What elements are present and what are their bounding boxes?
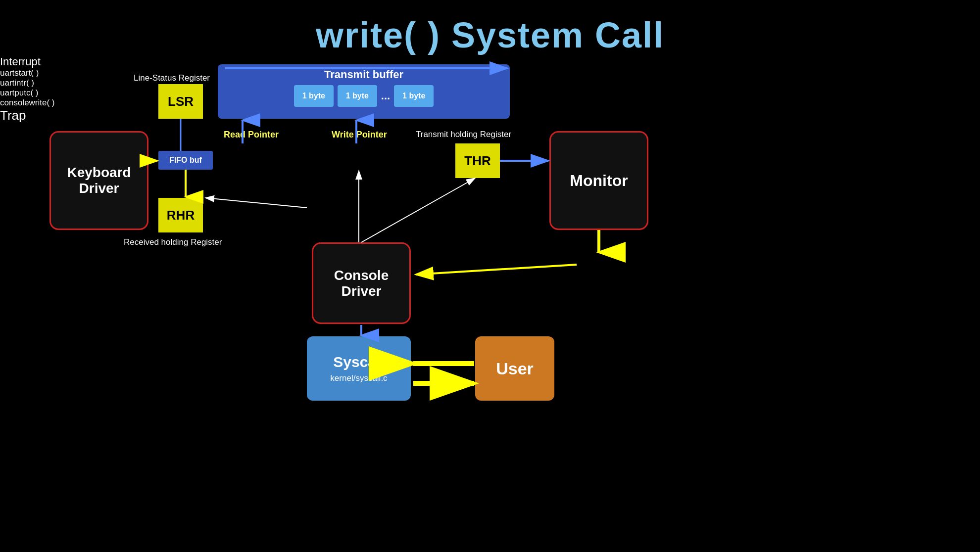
syscall-box: Syscall kernel/syscall.c — [307, 336, 411, 401]
keyboard-driver-box: Keyboard Driver — [49, 131, 148, 230]
svg-line-14 — [361, 178, 475, 242]
console-driver-box: Console Driver — [312, 242, 411, 324]
monitor-box: Monitor — [549, 131, 648, 230]
svg-line-15 — [205, 198, 307, 208]
lsr-box: LSR — [158, 84, 203, 119]
user-box: User — [475, 336, 554, 401]
syscall-title: Syscall — [333, 354, 384, 370]
fifo-box: FIFO buf — [158, 151, 213, 170]
buffer-cell-3: 1 byte — [394, 85, 434, 107]
svg-line-19 — [416, 265, 577, 275]
transmit-buffer-label: Transmit buffer — [324, 64, 403, 81]
rhr-box: RHR — [158, 198, 203, 232]
lsr-description: Line-Status Register — [134, 73, 210, 83]
write-pointer-label: Write Pointer — [332, 130, 387, 140]
rhr-description: Received holding Register — [124, 237, 222, 247]
syscall-subtitle: kernel/syscall.c — [330, 373, 387, 383]
buffer-dots: ... — [381, 90, 390, 102]
transmit-buffer-cells: 1 byte 1 byte ... 1 byte — [294, 85, 434, 107]
thr-box: THR — [455, 143, 500, 178]
page-title: write( ) System Call — [0, 0, 980, 55]
buffer-cell-2: 1 byte — [338, 85, 377, 107]
buffer-cell-1: 1 byte — [294, 85, 334, 107]
read-pointer-label: Read Pointer — [224, 130, 279, 140]
thr-description: Transmit holding Register — [416, 130, 511, 139]
transmit-buffer: Transmit buffer 1 byte 1 byte ... 1 byte — [218, 64, 510, 119]
